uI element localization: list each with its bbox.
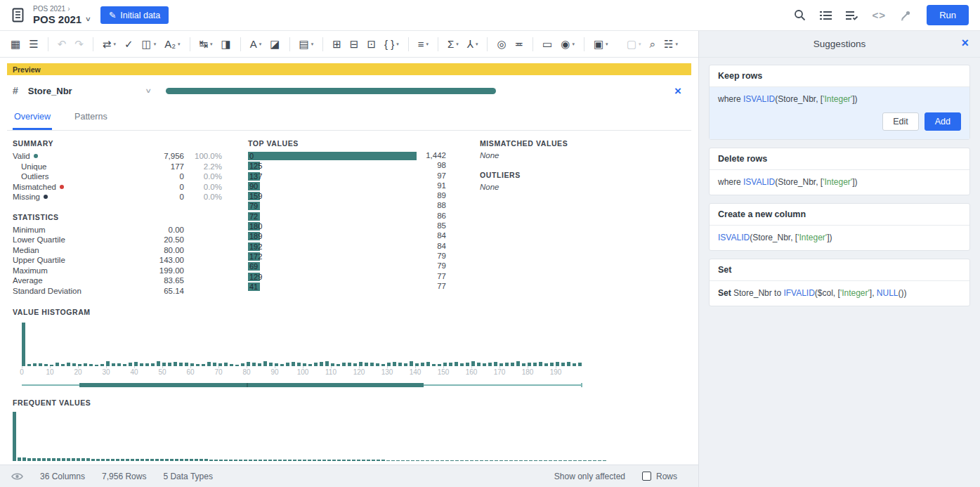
frequent-value-bar[interactable] bbox=[185, 459, 188, 461]
frequent-value-bar[interactable] bbox=[91, 459, 95, 461]
union-icon-button[interactable]: ◎ bbox=[493, 36, 509, 53]
frequent-value-bar[interactable] bbox=[160, 459, 164, 461]
aggregate-icon-button[interactable]: Σ▾ bbox=[444, 36, 462, 53]
frequent-value-bar[interactable] bbox=[583, 460, 587, 461]
frequent-value-bar[interactable] bbox=[386, 460, 390, 461]
summary-row[interactable]: Unique1772.2% bbox=[13, 162, 222, 172]
frequent-value-bar[interactable] bbox=[273, 460, 277, 461]
recipe-list-icon[interactable] bbox=[820, 11, 832, 20]
integer-type-icon[interactable]: # bbox=[13, 85, 18, 96]
chevron-down-icon[interactable]: ∨ bbox=[85, 16, 91, 22]
frequent-value-bar[interactable] bbox=[445, 460, 449, 461]
histogram-bar[interactable] bbox=[22, 323, 25, 366]
histogram-bar[interactable] bbox=[410, 361, 413, 366]
frequent-value-bar[interactable] bbox=[470, 460, 473, 461]
frequent-value-bar[interactable] bbox=[111, 459, 115, 461]
unpivot-icon-button[interactable]: ⊟ bbox=[346, 36, 362, 53]
frequent-value-bar[interactable] bbox=[150, 459, 154, 461]
frequent-value-bar[interactable] bbox=[96, 459, 100, 461]
standardize-icon-button[interactable]: ⇄▾ bbox=[99, 36, 119, 53]
frequent-value-bar[interactable] bbox=[81, 458, 85, 461]
copy-steps-icon-button[interactable]: ▣▾ bbox=[590, 36, 612, 53]
transpose-icon-button[interactable]: ⊡ bbox=[363, 36, 379, 53]
frequent-value-bar[interactable] bbox=[514, 460, 518, 461]
summary-row[interactable]: Outliers00.0% bbox=[13, 171, 222, 182]
suggestion-card[interactable]: Create a new columnISVALID(Store_Nbr, ['… bbox=[709, 203, 970, 251]
frequent-value-bar[interactable] bbox=[416, 460, 419, 461]
list-check-icon[interactable] bbox=[846, 11, 858, 20]
frequent-value-bar[interactable] bbox=[32, 458, 36, 461]
frequent-value-bar[interactable] bbox=[327, 460, 331, 461]
frequent-value-bar[interactable] bbox=[204, 459, 208, 461]
tab-patterns[interactable]: Patterns bbox=[73, 106, 109, 130]
frequent-value-bar[interactable] bbox=[524, 460, 528, 461]
suggestion-card[interactable]: Keep rowswhere ISVALID(Store_Nbr, ['Inte… bbox=[709, 65, 970, 140]
frequent-value-bar[interactable] bbox=[411, 460, 414, 461]
run-button[interactable]: Run bbox=[927, 5, 969, 25]
frequent-value-bar[interactable] bbox=[490, 460, 493, 461]
column-menu-chevron-icon[interactable]: ∨ bbox=[145, 87, 152, 94]
edit-suggestion-button[interactable]: Edit bbox=[882, 112, 919, 131]
top-value-row[interactable]: 18984 bbox=[248, 231, 456, 241]
frequent-value-bar[interactable] bbox=[62, 458, 65, 461]
frequent-value-bar[interactable] bbox=[106, 459, 110, 461]
frequent-value-bar[interactable] bbox=[603, 460, 606, 461]
close-column-button[interactable]: × bbox=[674, 85, 681, 97]
frequent-value-bar[interactable] bbox=[249, 460, 252, 461]
comment-icon-button[interactable]: ▭ bbox=[539, 36, 556, 53]
frequent-value-bar[interactable] bbox=[195, 459, 198, 461]
frequent-value-bar[interactable] bbox=[155, 459, 159, 461]
frequent-value-bar[interactable] bbox=[298, 460, 301, 461]
frequent-value-bar[interactable] bbox=[431, 460, 434, 461]
filter-icon-button[interactable]: ≡▾ bbox=[414, 36, 432, 53]
frequent-value-bar[interactable] bbox=[283, 460, 287, 461]
frequent-value-bar[interactable] bbox=[165, 459, 169, 461]
frequent-value-bar[interactable] bbox=[239, 460, 242, 461]
pivot-icon-button[interactable]: ⊞ bbox=[329, 36, 345, 53]
histogram-bar[interactable] bbox=[263, 361, 267, 366]
histogram-bar[interactable] bbox=[471, 361, 475, 366]
quartile-bar[interactable] bbox=[79, 383, 424, 387]
frequent-value-bar[interactable] bbox=[455, 460, 459, 461]
frequent-value-bar[interactable] bbox=[254, 460, 257, 461]
extract-icon-button[interactable]: ◨ bbox=[218, 36, 235, 53]
top-value-row[interactable]: 01,442 bbox=[248, 151, 456, 161]
data-quality-bar[interactable] bbox=[166, 88, 496, 94]
frequent-value-bar[interactable] bbox=[588, 460, 592, 461]
frequent-value-bar[interactable] bbox=[234, 460, 237, 461]
frequent-value-bar[interactable] bbox=[534, 460, 537, 461]
frequent-value-bar[interactable] bbox=[52, 458, 55, 461]
frequent-value-bar[interactable] bbox=[593, 460, 596, 461]
frequent-value-bar[interactable] bbox=[391, 460, 395, 461]
frequent-value-bar[interactable] bbox=[229, 460, 233, 461]
top-value-row[interactable]: 9091 bbox=[248, 181, 456, 191]
frequent-value-bar[interactable] bbox=[539, 460, 542, 461]
grid-view-icon-button[interactable]: ▦ bbox=[7, 36, 24, 53]
format-icon-button[interactable]: A₂▾ bbox=[161, 36, 183, 53]
frequent-value-bar[interactable] bbox=[436, 460, 439, 461]
text-format-icon-button[interactable]: A▾ bbox=[247, 36, 266, 53]
frequent-value-bar[interactable] bbox=[504, 460, 508, 461]
frequent-value-bar[interactable] bbox=[450, 460, 454, 461]
frequent-value-bar[interactable] bbox=[141, 459, 144, 461]
frequent-value-bar[interactable] bbox=[86, 458, 90, 461]
suggestion-card[interactable]: Delete rowswhere ISVALID(Store_Nbr, ['In… bbox=[709, 148, 970, 195]
frequent-value-bar[interactable] bbox=[475, 460, 478, 461]
fill-icon-button[interactable]: ◪ bbox=[266, 36, 283, 53]
frequent-value-bar[interactable] bbox=[426, 460, 429, 461]
histogram-bar[interactable] bbox=[106, 361, 110, 366]
suggestion-card[interactable]: SetSet Store_Nbr to IFVALID($col, ['Inte… bbox=[709, 259, 970, 306]
frequent-value-bar[interactable] bbox=[440, 460, 444, 461]
frequent-value-bar[interactable] bbox=[27, 458, 31, 461]
code-icon[interactable]: <> bbox=[873, 9, 887, 21]
frequent-value-bar[interactable] bbox=[219, 460, 223, 461]
histogram-bar[interactable] bbox=[157, 361, 160, 366]
add-suggestion-button[interactable]: Add bbox=[925, 112, 961, 131]
frequent-value-bar[interactable] bbox=[121, 459, 124, 461]
rows-checkbox[interactable] bbox=[642, 472, 651, 481]
top-value-row[interactable]: 13797 bbox=[248, 171, 456, 181]
frequent-value-bar[interactable] bbox=[554, 460, 557, 461]
split-column-icon-button[interactable]: ◫▾ bbox=[138, 36, 159, 53]
braces-icon-button[interactable]: { }▾ bbox=[381, 36, 403, 53]
frequent-value-bar[interactable] bbox=[72, 458, 75, 461]
